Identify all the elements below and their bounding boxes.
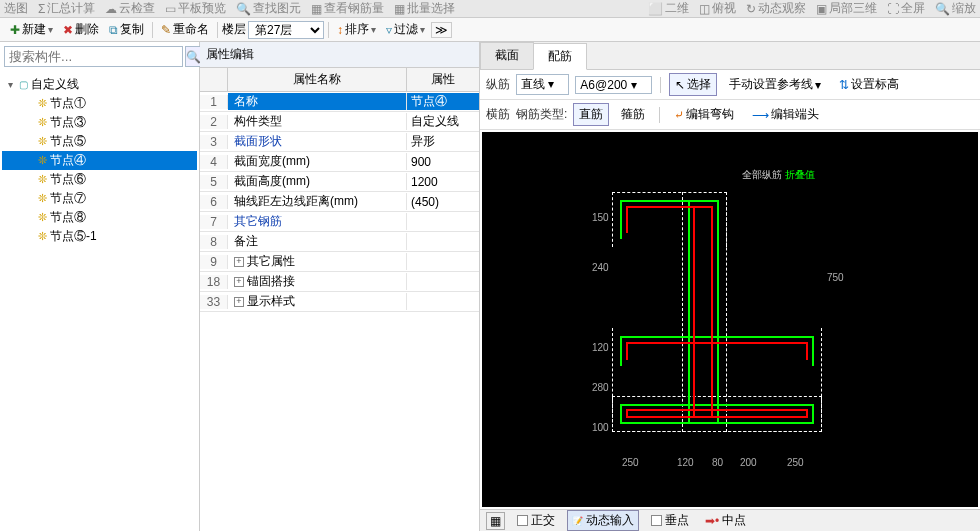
property-header: 属性名称 属性: [200, 68, 479, 92]
cursor-icon: ↖: [675, 78, 685, 92]
set-elevation[interactable]: ⇅设置标高: [833, 73, 905, 96]
ortho-toggle[interactable]: 正交: [513, 511, 559, 530]
new-button[interactable]: ✚新建▾: [6, 19, 57, 40]
property-panel: 属性编辑 属性名称 属性 1名称节点④ 2构件类型自定义线 3截面形状异形 4截…: [200, 42, 480, 531]
hook-icon: ⤶: [674, 108, 684, 122]
property-row[interactable]: 4截面宽度(mm)900: [200, 152, 479, 172]
perp-snap-toggle[interactable]: 垂点: [647, 511, 693, 530]
select-tool[interactable]: ↖选择: [669, 73, 717, 96]
collapse-icon[interactable]: ▾: [4, 79, 16, 90]
filter-button[interactable]: ▿过滤▾: [382, 19, 429, 40]
property-row[interactable]: 9+其它属性: [200, 252, 479, 272]
property-row[interactable]: 1名称节点④: [200, 92, 479, 112]
straight-rebar[interactable]: 直筋: [573, 103, 609, 126]
transverse-label: 横筋: [486, 106, 510, 123]
tab-section[interactable]: 截面: [480, 42, 534, 69]
drawing-panel: 截面 配筋 纵筋 直线 ▾ A6@200 ▾ ↖选择 手动设置参考线 ▾ ⇅设置…: [480, 42, 980, 531]
delete-button[interactable]: ✖删除: [59, 19, 103, 40]
longitudinal-label: 纵筋: [486, 76, 510, 93]
rebar-toolbar-2: 横筋 钢筋类型: 直筋 箍筋 ⤶编辑弯钩 ⟶编辑端头: [480, 100, 980, 130]
gear-icon: ❊: [38, 230, 47, 243]
gear-icon: ❊: [38, 154, 47, 167]
property-row[interactable]: 6轴线距左边线距离(mm)(450): [200, 192, 479, 212]
gear-icon: ❊: [38, 211, 47, 224]
property-row[interactable]: 2构件类型自定义线: [200, 112, 479, 132]
canvas-status-bar: ▦ 正交 📝动态输入 垂点 ➡•中点: [480, 509, 980, 531]
expand-icon[interactable]: +: [234, 257, 244, 267]
search-input[interactable]: [4, 46, 183, 67]
property-row[interactable]: 3截面形状异形: [200, 132, 479, 152]
edit-hook[interactable]: ⤶编辑弯钩: [668, 103, 740, 126]
search-icon: 🔍: [186, 50, 201, 64]
section-tabs: 截面 配筋: [480, 42, 980, 70]
property-row[interactable]: 7其它钢筋: [200, 212, 479, 232]
manual-ref-line[interactable]: 手动设置参考线 ▾: [723, 73, 827, 96]
copy-button[interactable]: ⧉复制: [105, 19, 148, 40]
property-row[interactable]: 8备注: [200, 232, 479, 252]
end-icon: ⟶: [752, 108, 769, 122]
gear-icon: ❊: [38, 97, 47, 110]
tree-item[interactable]: ❊节点⑤-1: [2, 227, 197, 246]
gear-icon: ❊: [38, 116, 47, 129]
tree-item[interactable]: ❊节点③: [2, 113, 197, 132]
stirrup-rebar[interactable]: 箍筋: [615, 103, 651, 126]
tab-reinforcement[interactable]: 配筋: [533, 43, 587, 70]
dynamic-input-toggle[interactable]: 📝动态输入: [567, 510, 639, 531]
tree-item[interactable]: ❊节点⑤: [2, 132, 197, 151]
grid-snap-icon[interactable]: ▦: [486, 512, 505, 530]
property-row[interactable]: 18+锚固搭接: [200, 272, 479, 292]
elevation-icon: ⇅: [839, 78, 849, 92]
gear-icon: ❊: [38, 135, 47, 148]
rebar-toolbar-1: 纵筋 直线 ▾ A6@200 ▾ ↖选择 手动设置参考线 ▾ ⇅设置标高: [480, 70, 980, 100]
component-tree[interactable]: ▾ ▢ 自定义线 ❊节点① ❊节点③ ❊节点⑤ ❊节点④ ❊节点⑥ ❊节点⑦ ❊…: [0, 71, 199, 531]
expand-icon[interactable]: +: [234, 277, 244, 287]
tree-root[interactable]: ▾ ▢ 自定义线: [2, 75, 197, 94]
spec-select[interactable]: A6@200 ▾: [575, 76, 651, 94]
floor-select[interactable]: 第27层: [248, 21, 324, 39]
tree-item[interactable]: ❊节点①: [2, 94, 197, 113]
sort-button[interactable]: ↕排序▾: [333, 19, 380, 40]
shape-select[interactable]: 直线 ▾: [516, 74, 569, 95]
drawing-canvas[interactable]: 全部纵筋 折叠值 150 240 750 120 280 100 250 120…: [482, 132, 978, 507]
rename-button[interactable]: ✎重命名: [157, 19, 213, 40]
folder-icon: ▢: [19, 79, 28, 90]
floor-label: 楼层: [222, 21, 246, 38]
menu-item[interactable]: 选图: [4, 0, 28, 17]
tree-item[interactable]: ❊节点⑥: [2, 170, 197, 189]
tree-item[interactable]: ❊节点⑧: [2, 208, 197, 227]
tree-item[interactable]: ❊节点⑦: [2, 189, 197, 208]
gear-icon: ❊: [38, 192, 47, 205]
midpoint-snap-toggle[interactable]: ➡•中点: [701, 511, 750, 530]
component-tree-panel: 🔍 ▾ ▢ 自定义线 ❊节点① ❊节点③ ❊节点⑤ ❊节点④ ❊节点⑥ ❊节点⑦…: [0, 42, 200, 531]
property-row[interactable]: 33+显示样式: [200, 292, 479, 312]
tree-item-selected[interactable]: ❊节点④: [2, 151, 197, 170]
edit-end[interactable]: ⟶编辑端头: [746, 103, 825, 126]
property-title: 属性编辑: [200, 42, 479, 68]
property-row[interactable]: 5截面高度(mm)1200: [200, 172, 479, 192]
expand-icon[interactable]: +: [234, 297, 244, 307]
top-ribbon-hint: 选图 Σ 汇总计算 ☁ 云检查 ▭ 平板预览 🔍 查找图元 ▦ 查看钢筋量 ▦ …: [0, 0, 980, 18]
more-button[interactable]: ≫: [431, 22, 452, 38]
gear-icon: ❊: [38, 173, 47, 186]
main-toolbar: ✚新建▾ ✖删除 ⧉复制 ✎重命名 楼层 第27层 ↕排序▾ ▿过滤▾ ≫: [0, 18, 980, 42]
rebar-type-label: 钢筋类型:: [516, 106, 567, 123]
